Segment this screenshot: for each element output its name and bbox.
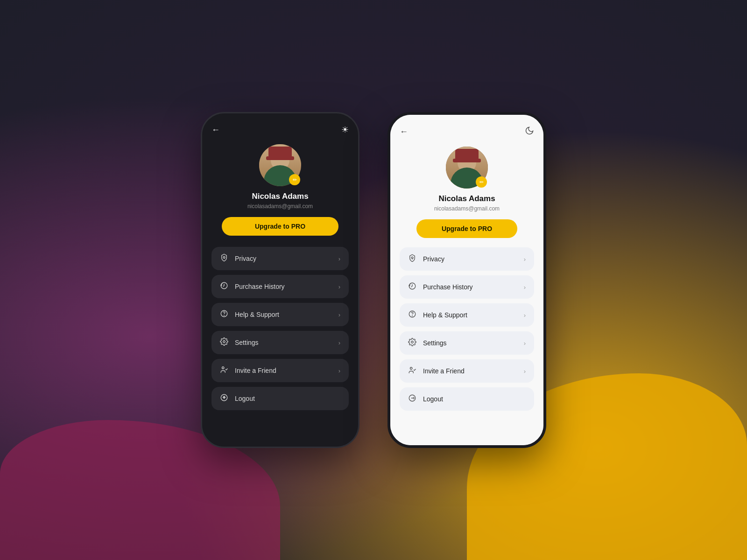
light-help-arrow: › xyxy=(524,312,526,319)
dark-settings-icon xyxy=(220,337,228,348)
light-phone-screen: ← ✏ Nicolas Adams nicolasadams@gmail.com… xyxy=(390,115,543,445)
light-privacy-icon xyxy=(408,254,416,264)
svg-point-10 xyxy=(412,315,413,316)
dark-help-label: Help & Support xyxy=(235,311,332,318)
light-edit-badge[interactable]: ✏ xyxy=(476,176,487,188)
light-menu-settings[interactable]: Settings › xyxy=(400,331,534,355)
dark-logout-icon xyxy=(220,393,228,404)
dark-settings-label: Settings xyxy=(235,339,332,346)
dark-phone: ← ☀ ✏ Nicolas Adams nicolasadams@gmail.c… xyxy=(201,112,359,448)
dark-logout-label: Logout xyxy=(235,395,340,402)
dark-theme-toggle[interactable]: ☀ xyxy=(341,125,349,135)
light-avatar-container: ✏ xyxy=(446,147,488,189)
dark-menu-invite[interactable]: Invite a Friend › xyxy=(211,359,349,382)
light-menu-logout[interactable]: Logout xyxy=(400,387,534,411)
dark-history-icon xyxy=(220,281,228,292)
light-help-label: Help & Support xyxy=(423,311,517,319)
svg-point-12 xyxy=(410,367,413,370)
dark-help-arrow: › xyxy=(338,311,340,318)
svg-point-0 xyxy=(223,256,225,258)
light-privacy-arrow: › xyxy=(524,256,526,263)
dark-menu-logout[interactable]: Logout xyxy=(211,387,349,410)
dark-invite-label: Invite a Friend xyxy=(235,367,332,374)
light-settings-arrow: › xyxy=(524,340,526,347)
light-settings-icon xyxy=(408,338,416,348)
light-menu-help[interactable]: Help & Support › xyxy=(400,303,534,327)
dark-edit-badge[interactable]: ✏ xyxy=(289,174,300,185)
light-settings-label: Settings xyxy=(423,339,517,347)
dark-settings-arrow: › xyxy=(338,339,340,346)
dark-phone-screen: ← ☀ ✏ Nicolas Adams nicolasadams@gmail.c… xyxy=(202,113,358,447)
light-invite-label: Invite a Friend xyxy=(423,367,517,375)
dark-menu-list: Privacy › Purchase History › Help & Supp… xyxy=(211,247,349,410)
dark-avatar-container: ✏ xyxy=(259,144,301,186)
svg-point-5 xyxy=(222,367,225,369)
dark-user-email: nicolasadams@gmail.com xyxy=(247,203,313,210)
light-back-button[interactable]: ← xyxy=(400,127,408,137)
light-invite-arrow: › xyxy=(524,368,526,375)
light-history-label: Purchase History xyxy=(423,283,517,291)
dark-invite-icon xyxy=(220,365,228,376)
light-menu-privacy[interactable]: Privacy › xyxy=(400,247,534,271)
light-avatar-hat xyxy=(455,149,479,161)
light-phone-header: ← xyxy=(400,126,534,137)
dark-back-button[interactable]: ← xyxy=(211,125,220,135)
svg-point-3 xyxy=(224,315,225,315)
dark-help-icon xyxy=(220,309,228,320)
light-privacy-label: Privacy xyxy=(423,255,517,263)
light-menu-invite[interactable]: Invite a Friend › xyxy=(400,359,534,383)
dark-privacy-icon xyxy=(220,253,228,264)
light-upgrade-button[interactable]: Upgrade to PRO xyxy=(416,219,517,238)
light-theme-toggle[interactable] xyxy=(525,126,534,137)
dark-menu-settings[interactable]: Settings › xyxy=(211,331,349,354)
light-help-icon xyxy=(408,310,416,320)
phones-container: ← ☀ ✏ Nicolas Adams nicolasadams@gmail.c… xyxy=(0,0,747,560)
light-history-arrow: › xyxy=(524,284,526,291)
dark-menu-help[interactable]: Help & Support › xyxy=(211,303,349,326)
svg-point-4 xyxy=(223,341,226,343)
dark-invite-arrow: › xyxy=(338,367,340,374)
light-logout-icon xyxy=(408,394,416,404)
light-user-email: nicolasadams@gmail.com xyxy=(434,205,500,212)
light-history-icon xyxy=(408,282,416,292)
dark-history-arrow: › xyxy=(338,283,340,290)
dark-history-label: Purchase History xyxy=(235,283,332,290)
dark-menu-purchase-history[interactable]: Purchase History › xyxy=(211,275,349,298)
dark-privacy-label: Privacy xyxy=(235,255,332,262)
dark-menu-privacy[interactable]: Privacy › xyxy=(211,247,349,270)
light-logout-label: Logout xyxy=(423,395,526,403)
light-phone: ← ✏ Nicolas Adams nicolasadams@gmail.com… xyxy=(388,112,546,448)
dark-privacy-arrow: › xyxy=(338,255,340,262)
svg-point-7 xyxy=(411,257,413,259)
light-menu-purchase-history[interactable]: Purchase History › xyxy=(400,275,534,299)
dark-phone-header: ← ☀ xyxy=(211,125,349,135)
dark-upgrade-button[interactable]: Upgrade to PRO xyxy=(222,217,338,236)
light-menu-list: Privacy › Purchase History › Help & Supp… xyxy=(400,247,534,411)
light-invite-icon xyxy=(408,366,416,376)
light-user-name: Nicolas Adams xyxy=(438,194,495,203)
dark-user-name: Nicolas Adams xyxy=(252,192,308,201)
avatar-hat xyxy=(268,147,292,158)
svg-point-11 xyxy=(411,341,414,343)
